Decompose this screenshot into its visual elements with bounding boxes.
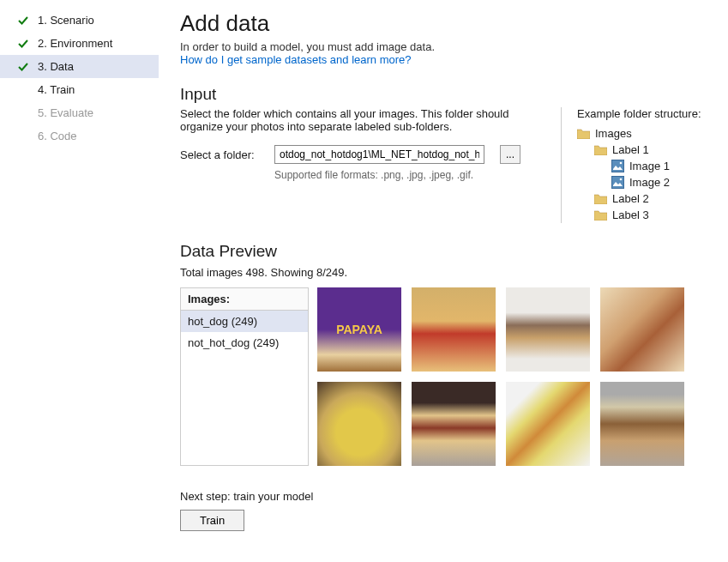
folder-icon: [594, 145, 607, 155]
category-count: (249): [232, 315, 257, 328]
category-label: hot_dog: [188, 315, 228, 328]
folder-path-input[interactable]: [274, 145, 484, 164]
tree-image2: Image 2: [577, 174, 711, 190]
svg-rect-0: [612, 160, 624, 172]
tree-label1: Label 1: [577, 142, 711, 158]
preview-thumb[interactable]: [317, 382, 401, 466]
step-scenario[interactable]: 1. Scenario: [0, 9, 159, 32]
tree-label2: Label 2: [577, 190, 711, 207]
preview-thumb[interactable]: [412, 287, 496, 372]
tree-root: Images: [577, 125, 711, 142]
tree-label: Image 2: [629, 176, 670, 189]
select-folder-label: Select a folder:: [180, 148, 259, 161]
image-icon: [611, 160, 624, 172]
folder-icon: [594, 210, 607, 221]
preview-thumb[interactable]: [600, 382, 684, 466]
svg-point-3: [620, 178, 623, 181]
step-label: 3. Data: [38, 60, 74, 73]
step-environment[interactable]: 2. Environment: [0, 32, 159, 55]
step-label: 1. Scenario: [38, 14, 94, 27]
page-description: In order to build a model, you must add …: [180, 40, 711, 53]
thumbnail-grid: PAPAYA: [317, 287, 684, 466]
step-data[interactable]: 3. Data: [0, 55, 159, 78]
tree-label3: Label 3: [577, 207, 711, 223]
folder-tree: Images Label 1 Image 1 Image 2 Label 2: [577, 125, 711, 223]
step-label: 4. Train: [38, 83, 75, 96]
step-code: 6. Code: [0, 124, 159, 148]
folder-icon: [594, 194, 607, 204]
preview-thumb[interactable]: [506, 287, 590, 372]
step-evaluate: 5. Evaluate: [0, 101, 159, 124]
preview-thumb[interactable]: [506, 382, 590, 466]
image-icon: [611, 176, 624, 189]
category-count: (249): [253, 336, 279, 349]
preview-thumb[interactable]: [412, 382, 496, 466]
preview-thumb[interactable]: [600, 287, 684, 372]
tree-label: Label 2: [612, 192, 649, 205]
category-header: Images:: [181, 288, 308, 311]
step-train[interactable]: 4. Train: [0, 78, 159, 101]
category-not-hot-dog[interactable]: not_hot_dog (249): [181, 332, 308, 354]
supported-formats: Supported file formats: .png, .jpg, .jpe…: [274, 169, 535, 181]
preview-thumb[interactable]: PAPAYA: [317, 287, 401, 372]
wizard-sidebar: 1. Scenario 2. Environment 3. Data 4. Tr…: [0, 0, 159, 562]
svg-rect-2: [612, 177, 624, 189]
preview-section-title: Data Preview: [180, 242, 711, 261]
step-label: 2. Environment: [38, 37, 112, 50]
category-label: not_hot_dog: [188, 336, 250, 349]
train-button[interactable]: Train: [180, 510, 244, 531]
tree-label: Label 3: [612, 208, 649, 221]
step-label: 5. Evaluate: [38, 106, 93, 119]
tree-header: Example folder structure:: [577, 107, 711, 120]
tree-label: Label 1: [612, 143, 649, 156]
tree-label: Image 1: [629, 160, 670, 172]
browse-button[interactable]: ...: [500, 145, 520, 164]
svg-point-1: [620, 162, 623, 165]
help-link[interactable]: How do I get sample datasets and learn m…: [180, 53, 412, 66]
step-label: 6. Code: [38, 130, 77, 142]
page-title: Add data: [180, 10, 711, 37]
category-hot-dog[interactable]: hot_dog (249): [181, 311, 308, 332]
tree-label: Images: [595, 127, 632, 140]
tree-image1: Image 1: [577, 158, 711, 174]
check-icon: [17, 61, 29, 73]
preview-summary: Total images 498. Showing 8/249.: [180, 266, 711, 279]
input-section-title: Input: [180, 85, 711, 104]
main-content: Add data In order to build a model, you …: [159, 0, 728, 562]
category-panel: Images: hot_dog (249) not_hot_dog (249): [180, 287, 309, 466]
folder-icon: [577, 129, 590, 139]
check-icon: [17, 38, 29, 50]
check-icon: [17, 15, 29, 27]
input-instructions: Select the folder which contains all you…: [180, 107, 535, 133]
next-step-text: Next step: train your model: [180, 490, 711, 503]
